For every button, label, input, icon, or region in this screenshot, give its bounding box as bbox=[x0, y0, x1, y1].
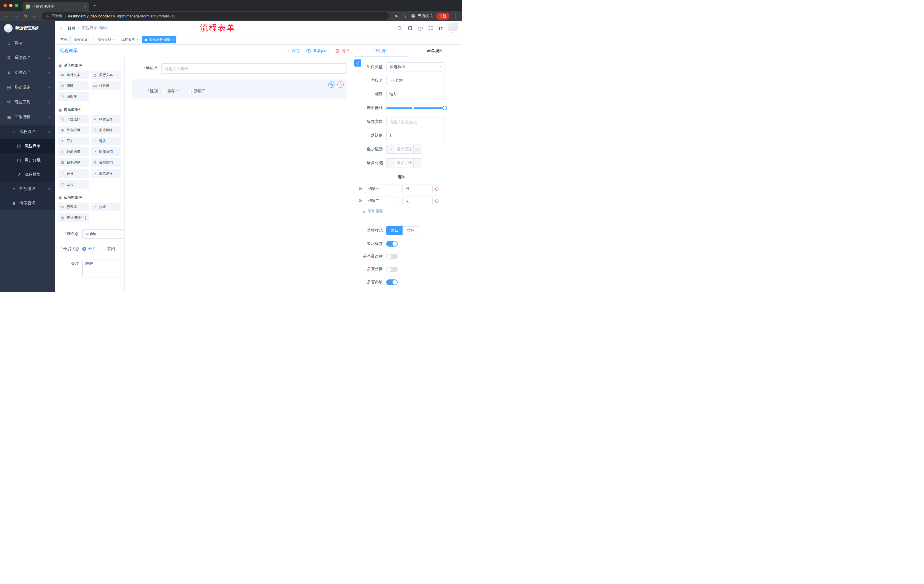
palette-item-date-picker[interactable]: ▦日期选择 bbox=[58, 158, 89, 167]
palette-item-single-text[interactable]: ▭单行文本 bbox=[58, 71, 89, 79]
field-name-input[interactable] bbox=[386, 76, 445, 85]
style-default-button[interactable]: 默认 bbox=[386, 226, 403, 235]
palette-item-counter[interactable]: 123计数器 bbox=[91, 81, 121, 90]
show-label-toggle[interactable] bbox=[386, 241, 398, 247]
option-label-input[interactable] bbox=[365, 184, 400, 193]
gender-option-2-checkbox[interactable]: 选项二 bbox=[188, 89, 206, 94]
tab-close-icon[interactable]: × bbox=[84, 4, 86, 9]
back-icon[interactable]: ← bbox=[3, 13, 11, 18]
palette-item-color-picker[interactable]: ◑颜色选择 bbox=[91, 169, 121, 178]
status-off-radio[interactable]: 关闭 bbox=[101, 246, 115, 252]
reload-icon[interactable]: ↻ bbox=[21, 13, 29, 19]
disabled-toggle[interactable] bbox=[386, 267, 398, 272]
sidebar-item-workflow[interactable]: ▣ 工作流程 ∧ bbox=[0, 110, 55, 125]
remove-option-icon[interactable]: ⊖ bbox=[435, 199, 439, 204]
border-toggle[interactable] bbox=[386, 254, 398, 260]
forward-icon[interactable]: → bbox=[12, 13, 20, 18]
link-badge[interactable] bbox=[354, 59, 361, 67]
palette-item-password[interactable]: ⊡密码 bbox=[58, 81, 89, 90]
palette-item-radio-group[interactable]: ◉单选框组 bbox=[58, 126, 89, 134]
phone-input[interactable] bbox=[161, 63, 346, 74]
title-input[interactable] bbox=[386, 90, 445, 99]
browser-update-button[interactable]: 更新 bbox=[436, 13, 449, 20]
form-remark-textarea[interactable]: 嘿嘿 bbox=[82, 259, 125, 277]
palette-item-button[interactable]: ⌖按钮 bbox=[91, 202, 121, 211]
component-type-select[interactable]: 多选框组 ▾ bbox=[386, 62, 445, 71]
copy-field-button[interactable] bbox=[328, 81, 335, 88]
tag-process-model[interactable]: 流程模型 × bbox=[95, 36, 117, 43]
max-select-value[interactable]: 最多可选 bbox=[395, 159, 414, 167]
fullscreen-icon[interactable] bbox=[428, 25, 433, 31]
option-value-input[interactable] bbox=[402, 184, 432, 193]
save-button[interactable]: ✓ 保存 bbox=[287, 48, 300, 53]
slider-thumb[interactable] bbox=[442, 106, 447, 110]
palette-item-upload[interactable]: ↥上传 bbox=[58, 180, 89, 189]
sidebar-item-process-model[interactable]: ↗ 流程模型 bbox=[0, 168, 55, 182]
palette-item-switch[interactable]: ◐开关 bbox=[58, 137, 89, 145]
sidebar-item-process-mgmt[interactable]: ≡ 流程管理 ∧ bbox=[0, 125, 55, 139]
font-size-icon[interactable]: TT bbox=[438, 26, 442, 31]
tag-process-form[interactable]: 流程表单 × bbox=[119, 36, 141, 43]
sidebar-item-devtools[interactable]: ⚒ 研发工具 ∨ bbox=[0, 95, 55, 110]
close-icon[interactable]: × bbox=[89, 38, 91, 42]
min-select-value[interactable]: 至少应选 bbox=[395, 145, 414, 153]
tab-component-props[interactable]: 组件属性 bbox=[354, 44, 408, 57]
tag-process-definition[interactable]: 流程定义 × bbox=[71, 36, 94, 43]
view-json-button[interactable]: 查看json bbox=[306, 48, 328, 53]
option-value-input[interactable] bbox=[402, 197, 432, 205]
sidebar-item-payment[interactable]: ¥ 支付管理 ∨ bbox=[0, 65, 55, 80]
tag-process-form-edit[interactable]: 流程表单-编辑 × bbox=[142, 36, 177, 43]
zoom-window-button[interactable] bbox=[15, 4, 18, 7]
github-icon[interactable] bbox=[408, 25, 413, 31]
decrease-button[interactable]: − bbox=[386, 159, 395, 167]
field-gender-selected[interactable]: *性别 选项一 选项二 bbox=[132, 79, 346, 99]
form-grid-slider[interactable] bbox=[386, 104, 445, 113]
new-tab-button[interactable]: + bbox=[89, 2, 101, 9]
close-window-button[interactable] bbox=[3, 4, 7, 7]
label-width-input[interactable] bbox=[386, 117, 445, 126]
minimize-window-button[interactable] bbox=[9, 4, 13, 7]
home-icon[interactable]: ⌂ bbox=[30, 13, 38, 18]
decrease-button[interactable]: − bbox=[386, 145, 395, 153]
palette-item-select[interactable]: ◎下拉选择 bbox=[58, 115, 89, 123]
palette-item-time-range[interactable]: ◔时间范围 bbox=[91, 147, 121, 156]
sidebar-item-system[interactable]: ⚙ 系统管理 ∨ bbox=[0, 50, 55, 65]
sidebar-logo[interactable]: 芋道管理系统 bbox=[0, 21, 55, 35]
drag-handle-icon[interactable] bbox=[358, 199, 363, 203]
status-on-radio[interactable]: 开启 bbox=[82, 246, 96, 252]
delete-field-button[interactable] bbox=[337, 81, 344, 88]
browser-tab[interactable]: 芋道管理系统 × bbox=[23, 2, 89, 11]
browser-menu-icon[interactable]: ⋮ bbox=[453, 13, 457, 18]
add-option-button[interactable]: ⊕ 添加选项 bbox=[362, 209, 445, 214]
palette-item-date-range[interactable]: ▧日期范围 bbox=[91, 158, 121, 167]
user-avatar-wrap[interactable]: ▾ bbox=[448, 23, 458, 34]
palette-item-time-picker[interactable]: ◷时间选择 bbox=[58, 147, 89, 156]
tag-home[interactable]: 首页 bbox=[58, 36, 70, 43]
style-button-button[interactable]: 按钮 bbox=[403, 226, 419, 235]
increase-button[interactable]: + bbox=[414, 159, 422, 167]
palette-item-editor[interactable]: ✎编辑器 bbox=[58, 92, 89, 101]
palette-item-checkbox-group[interactable]: ☑多选框组 bbox=[91, 126, 121, 134]
url-bar[interactable]: ⚠ 不安全 | dashboard.yudao.iocoder.cn/bpm/m… bbox=[42, 12, 389, 20]
close-icon[interactable]: × bbox=[113, 38, 115, 42]
palette-item-table[interactable]: ▦表格[开发中] bbox=[58, 214, 89, 222]
close-icon[interactable]: × bbox=[172, 38, 174, 42]
gender-option-1-checkbox[interactable]: 选项一 bbox=[161, 89, 180, 94]
form-name-input[interactable] bbox=[82, 229, 125, 239]
increase-button[interactable]: + bbox=[414, 145, 422, 153]
palette-item-row-container[interactable]: ⊞行容器 bbox=[58, 202, 89, 211]
default-value-input[interactable] bbox=[386, 131, 445, 140]
help-icon[interactable]: ? bbox=[418, 26, 423, 31]
palette-item-multi-text[interactable]: ▤多行文本 bbox=[91, 71, 121, 79]
password-key-icon[interactable] bbox=[394, 14, 399, 18]
avatar[interactable] bbox=[448, 23, 458, 31]
hamburger-icon[interactable]: ≡ bbox=[55, 25, 68, 31]
close-icon[interactable]: × bbox=[136, 38, 139, 42]
security-label[interactable]: 不安全 bbox=[51, 13, 63, 18]
clear-button[interactable]: 清空 bbox=[335, 48, 349, 53]
field-phone[interactable]: *手机号 bbox=[132, 63, 346, 74]
sidebar-item-leave-query[interactable]: ♟ 请假查询 bbox=[0, 196, 55, 210]
drag-handle-icon[interactable] bbox=[358, 187, 363, 191]
sidebar-item-task-mgmt[interactable]: ⋔ 任务管理 ∨ bbox=[0, 182, 55, 196]
palette-item-cascader[interactable]: ⋔级联选择 bbox=[91, 115, 121, 123]
